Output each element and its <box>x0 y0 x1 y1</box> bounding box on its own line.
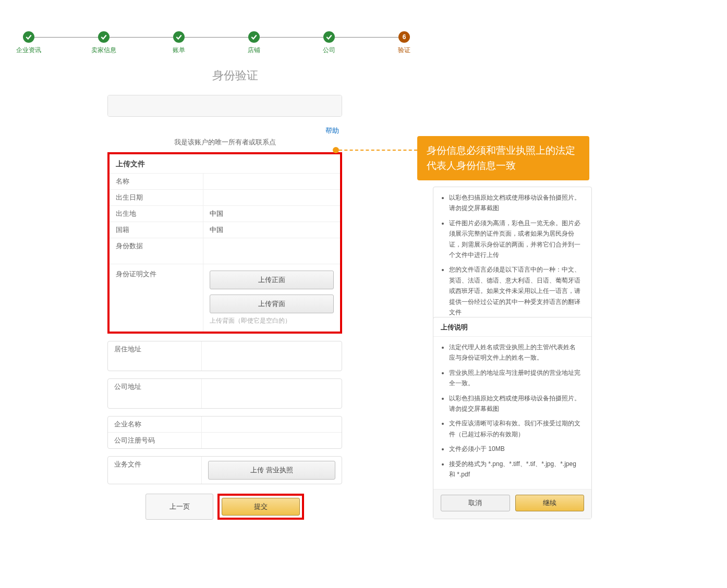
card-header-blank <box>108 95 342 116</box>
info-bullet: 文件应该清晰可读和有效。我们不接受过期的文件（已超过标示的有效期） <box>449 418 582 439</box>
company-reg-value <box>202 433 342 448</box>
prev-button[interactable]: 上一页 <box>146 494 213 520</box>
id-doc-label: 身份证明文件 <box>110 264 203 332</box>
upload-back-button[interactable]: 上传背面 <box>210 295 334 313</box>
residence-address-card: 居住地址 <box>107 341 342 371</box>
field-nationality: 国籍 中国 <box>110 222 340 238</box>
upload-license-button[interactable]: 上传 营业执照 <box>208 461 335 480</box>
callout-tooltip: 身份信息必须和营业执照上的法定代表人身份信息一致 <box>417 136 589 180</box>
company-name-value <box>202 416 342 432</box>
field-label-name: 名称 <box>110 174 203 189</box>
info-bullet: 您的文件语言必须是以下语言中的一种：中文、英语、法语、德语、意大利语、日语、葡萄… <box>449 264 582 317</box>
field-id-data: 身份数据 <box>110 238 340 264</box>
step-company: 公司 <box>316 31 342 55</box>
field-label-nationality: 国籍 <box>110 222 203 238</box>
field-value-birthplace: 中国 <box>203 206 340 222</box>
residence-address-label: 居住地址 <box>108 341 202 371</box>
step-billing: 账单 <box>166 31 192 55</box>
step-label: 店铺 <box>248 46 260 55</box>
info-panel-bottom: 上传说明 法定代理人姓名或营业执照上的主管/代表姓名应与身份证明文件上的姓名一致… <box>433 317 592 519</box>
callout-dashed-line <box>339 150 417 151</box>
upload-front-button[interactable]: 上传正面 <box>210 271 334 289</box>
field-dob: 出生日期 <box>110 189 340 205</box>
step-store: 店铺 <box>241 31 267 55</box>
step-verify: 6 验证 <box>391 31 417 55</box>
step-label: 验证 <box>398 46 410 55</box>
info-bullet: 法定代理人姓名或营业执照上的主管/代表姓名应与身份证明文件上的姓名一致。 <box>449 342 582 363</box>
step-company-info: 企业资讯 <box>16 31 42 55</box>
info-bottom-buttons: 取消 继续 <box>433 489 591 519</box>
page-title: 身份验证 <box>128 68 342 83</box>
bottom-continue-button[interactable]: 继续 <box>515 495 585 511</box>
company-name-label: 企业名称 <box>108 416 202 432</box>
form-column: 身份验证 帮助 我是该账户的唯一所有者或联系点 上传文件 名称 出生日期 出生地… <box>107 68 342 520</box>
upload-section-title: 上传文件 <box>110 154 340 173</box>
step-label: 卖家信息 <box>91 46 116 55</box>
residence-address-value <box>202 341 342 371</box>
info-bullet: 文件必须小于 10MB <box>449 444 582 454</box>
biz-doc-label: 业务文件 <box>108 457 202 484</box>
upload-back-hint: 上传背面（即使它是空白的） <box>210 316 334 325</box>
step-check-icon <box>323 31 335 43</box>
info-bullet: 以彩色扫描原始文档或使用移动设备拍摄照片。请勿提交屏幕截图 <box>449 192 582 214</box>
stepper-line <box>29 37 404 38</box>
step-label: 企业资讯 <box>16 46 41 55</box>
id-doc-upload: 身份证明文件 上传正面 上传背面 上传背面（即使它是空白的） <box>110 264 340 332</box>
help-link-row: 帮助 <box>107 124 342 136</box>
upload-section-highlight: 上传文件 名称 出生日期 出生地 中国 国籍 中国 身份数据 身份证明文件 上传… <box>107 152 342 334</box>
info-bottom-list: 法定代理人姓名或营业执照上的主管/代表姓名应与身份证明文件上的姓名一致。 营业执… <box>433 337 591 489</box>
field-label-id-data: 身份数据 <box>110 238 203 264</box>
company-reg-label: 公司注册号码 <box>108 433 202 448</box>
company-address-value <box>202 379 342 408</box>
bottom-cancel-button[interactable]: 取消 <box>441 495 510 511</box>
field-label-dob: 出生日期 <box>110 190 203 205</box>
step-label: 账单 <box>173 46 185 55</box>
field-value-id-data <box>203 238 340 264</box>
callout-dot-icon <box>333 147 339 153</box>
step-check-icon <box>98 31 110 43</box>
step-check-icon <box>248 31 260 43</box>
info-bullet: 证件图片必须为高清，彩色且一览无余。图片必须展示完整的证件页面，或者如果为居民身… <box>449 218 582 261</box>
step-label: 公司 <box>323 46 335 55</box>
owner-statement: 我是该账户的唯一所有者或联系点 <box>107 136 342 152</box>
company-address-label: 公司地址 <box>108 379 202 408</box>
info-bottom-title: 上传说明 <box>433 317 591 337</box>
field-value-nationality: 中国 <box>203 222 340 238</box>
step-check-icon <box>23 31 34 43</box>
bottom-button-row: 上一页 提交 <box>107 494 342 520</box>
progress-stepper: 企业资讯 卖家信息 账单 店铺 公司 6 验证 <box>16 31 417 55</box>
field-name: 名称 <box>110 173 340 189</box>
field-label-birthplace: 出生地 <box>110 206 203 222</box>
company-info-card: 企业名称 公司注册号码 <box>107 416 342 449</box>
submit-button[interactable]: 提交 <box>222 498 300 516</box>
field-value-dob <box>203 190 340 205</box>
submit-highlight: 提交 <box>217 494 304 520</box>
top-card <box>107 95 342 117</box>
biz-doc-card: 业务文件 上传 营业执照 <box>107 456 342 484</box>
info-bullet: 接受的格式为 *.png、*.tiff、*.tif、*.jpg、*.jpeg 和… <box>449 459 582 480</box>
info-bullet: 以彩色扫描原始文档或使用移动设备拍摄照片。请勿提交屏幕截图 <box>449 393 582 414</box>
step-current-num: 6 <box>398 31 410 43</box>
step-check-icon <box>173 31 185 43</box>
info-bullet: 营业执照上的地址应与注册时提供的营业地址完全一致。 <box>449 368 582 389</box>
company-address-card: 公司地址 <box>107 378 342 409</box>
field-value-name <box>203 174 340 189</box>
step-seller-info: 卖家信息 <box>91 31 117 55</box>
field-birthplace: 出生地 中国 <box>110 205 340 222</box>
help-link[interactable]: 帮助 <box>325 127 339 134</box>
